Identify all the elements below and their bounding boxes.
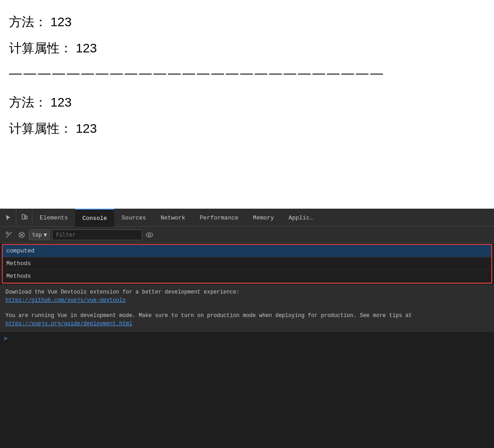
chevron-down-icon: ▼ bbox=[44, 232, 47, 238]
svg-point-7 bbox=[146, 233, 153, 237]
tab-application[interactable]: Applic… bbox=[281, 209, 321, 227]
svg-rect-2 bbox=[6, 232, 8, 234]
log-item-computed[interactable]: computed bbox=[3, 245, 491, 257]
tab-sources[interactable]: Sources bbox=[114, 209, 154, 227]
console-highlighted-group: computed Methods Methods bbox=[2, 244, 492, 284]
log-item-methods-1[interactable]: Methods bbox=[3, 257, 491, 270]
devtools-panel: Elements Console Sources Network Perform… bbox=[0, 209, 494, 448]
devtools-tab-bar: Elements Console Sources Network Perform… bbox=[0, 209, 494, 227]
vue-devtools-link[interactable]: https://github.com/vuejs/vue-devtools bbox=[5, 297, 126, 303]
log-item-methods-2[interactable]: Methods bbox=[3, 270, 491, 283]
device-toolbar-icon[interactable] bbox=[16, 209, 33, 227]
page-line-1: 方法： 123 bbox=[9, 14, 485, 31]
tab-memory[interactable]: Memory bbox=[246, 209, 281, 227]
eye-icon[interactable] bbox=[144, 229, 155, 240]
console-prompt[interactable]: > bbox=[0, 331, 494, 345]
inspect-element-icon[interactable] bbox=[0, 209, 16, 227]
prompt-chevron: > bbox=[4, 335, 7, 342]
page-line-4: 计算属性： 123 bbox=[9, 120, 485, 137]
clear-console-icon[interactable] bbox=[4, 229, 14, 240]
svg-rect-0 bbox=[22, 215, 25, 219]
console-message-devtools: Download the Vue Devtools extension for … bbox=[0, 285, 494, 308]
tab-network[interactable]: Network bbox=[154, 209, 193, 227]
page-divider: —————————————————————————— bbox=[9, 66, 485, 80]
console-message-devmode: You are running Vue in development mode.… bbox=[0, 308, 494, 331]
console-toolbar: top ▼ bbox=[0, 227, 494, 243]
tab-performance[interactable]: Performance bbox=[192, 209, 246, 227]
page-line-3: 方法： 123 bbox=[9, 94, 485, 111]
context-selector[interactable]: top ▼ bbox=[29, 229, 50, 240]
console-output[interactable]: computed Methods Methods Download the Vu… bbox=[0, 243, 494, 448]
svg-rect-1 bbox=[25, 216, 27, 219]
svg-point-8 bbox=[148, 233, 150, 236]
page-line-2: 计算属性： 123 bbox=[9, 40, 485, 57]
tab-elements[interactable]: Elements bbox=[33, 209, 75, 227]
deployment-link[interactable]: https://vuejs.org/guide/deployment.html bbox=[5, 321, 132, 327]
page-content: 方法： 123 计算属性： 123 ——————————————————————… bbox=[0, 0, 494, 209]
filter-input[interactable] bbox=[52, 229, 142, 240]
svg-line-3 bbox=[6, 232, 12, 238]
stop-icon[interactable] bbox=[16, 229, 27, 240]
tab-console[interactable]: Console bbox=[75, 209, 114, 227]
